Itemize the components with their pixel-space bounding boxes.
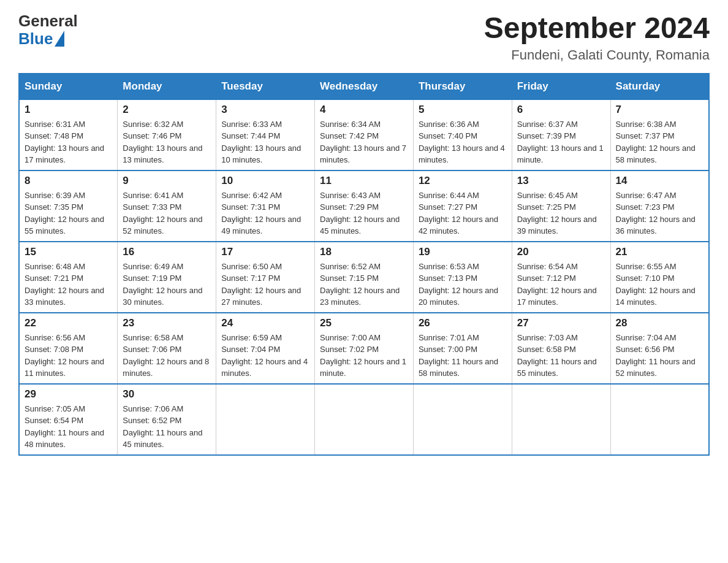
calendar-day-cell: 21 Sunrise: 6:55 AMSunset: 7:10 PMDaylig… bbox=[610, 242, 709, 313]
logo-blue-text: Blue bbox=[18, 30, 53, 48]
day-number: 18 bbox=[320, 246, 408, 258]
day-number: 20 bbox=[517, 246, 605, 258]
day-number: 8 bbox=[25, 175, 112, 187]
calendar-day-cell: 16 Sunrise: 6:49 AMSunset: 7:19 PMDaylig… bbox=[118, 242, 216, 313]
day-info: Sunrise: 7:05 AMSunset: 6:54 PMDaylight:… bbox=[25, 403, 112, 451]
day-of-week-header: Sunday bbox=[19, 74, 118, 99]
calendar-day-cell: 5 Sunrise: 6:36 AMSunset: 7:40 PMDayligh… bbox=[413, 99, 512, 170]
calendar-day-cell: 9 Sunrise: 6:41 AMSunset: 7:33 PMDayligh… bbox=[118, 170, 216, 242]
calendar-title: September 2024 bbox=[484, 12, 710, 45]
calendar-day-cell bbox=[413, 384, 512, 455]
calendar-day-cell: 8 Sunrise: 6:39 AMSunset: 7:35 PMDayligh… bbox=[19, 170, 118, 242]
day-of-week-header: Tuesday bbox=[216, 74, 315, 99]
logo-triangle-icon bbox=[55, 31, 64, 47]
day-of-week-header: Wednesday bbox=[315, 74, 414, 99]
day-info: Sunrise: 6:36 AMSunset: 7:40 PMDaylight:… bbox=[419, 118, 507, 166]
day-info: Sunrise: 6:49 AMSunset: 7:19 PMDaylight:… bbox=[123, 261, 211, 308]
day-info: Sunrise: 6:55 AMSunset: 7:10 PMDaylight:… bbox=[616, 261, 703, 308]
day-number: 27 bbox=[517, 317, 605, 329]
day-number: 10 bbox=[221, 175, 309, 187]
day-info: Sunrise: 6:59 AMSunset: 7:04 PMDaylight:… bbox=[221, 332, 309, 380]
day-info: Sunrise: 6:37 AMSunset: 7:39 PMDaylight:… bbox=[517, 118, 605, 166]
day-number: 12 bbox=[419, 175, 507, 187]
day-of-week-header: Monday bbox=[118, 74, 216, 99]
calendar-day-cell: 29 Sunrise: 7:05 AMSunset: 6:54 PMDaylig… bbox=[19, 384, 118, 455]
day-info: Sunrise: 6:42 AMSunset: 7:31 PMDaylight:… bbox=[221, 190, 309, 237]
calendar-day-cell: 30 Sunrise: 7:06 AMSunset: 6:52 PMDaylig… bbox=[118, 384, 216, 455]
day-number: 11 bbox=[320, 175, 408, 187]
calendar-day-cell: 13 Sunrise: 6:45 AMSunset: 7:25 PMDaylig… bbox=[512, 170, 610, 242]
calendar-week-row: 1 Sunrise: 6:31 AMSunset: 7:48 PMDayligh… bbox=[19, 99, 709, 170]
day-info: Sunrise: 6:56 AMSunset: 7:08 PMDaylight:… bbox=[25, 332, 112, 380]
day-number: 25 bbox=[320, 317, 408, 329]
calendar-day-cell bbox=[610, 384, 709, 455]
day-number: 22 bbox=[25, 317, 112, 329]
calendar-day-cell: 15 Sunrise: 6:48 AMSunset: 7:21 PMDaylig… bbox=[19, 242, 118, 313]
day-info: Sunrise: 6:31 AMSunset: 7:48 PMDaylight:… bbox=[25, 118, 112, 166]
calendar-day-cell: 4 Sunrise: 6:34 AMSunset: 7:42 PMDayligh… bbox=[315, 99, 414, 170]
day-number: 19 bbox=[419, 246, 507, 258]
day-number: 24 bbox=[221, 317, 309, 329]
calendar-table: SundayMondayTuesdayWednesdayThursdayFrid… bbox=[18, 73, 710, 456]
day-number: 21 bbox=[616, 246, 703, 258]
calendar-day-cell: 7 Sunrise: 6:38 AMSunset: 7:37 PMDayligh… bbox=[610, 99, 709, 170]
day-info: Sunrise: 6:47 AMSunset: 7:23 PMDaylight:… bbox=[616, 190, 703, 237]
day-info: Sunrise: 6:48 AMSunset: 7:21 PMDaylight:… bbox=[25, 261, 112, 308]
day-number: 1 bbox=[25, 104, 112, 116]
day-info: Sunrise: 6:43 AMSunset: 7:29 PMDaylight:… bbox=[320, 190, 408, 237]
day-number: 16 bbox=[123, 246, 211, 258]
day-info: Sunrise: 6:52 AMSunset: 7:15 PMDaylight:… bbox=[320, 261, 408, 308]
calendar-day-cell bbox=[512, 384, 610, 455]
day-info: Sunrise: 6:39 AMSunset: 7:35 PMDaylight:… bbox=[25, 190, 112, 237]
calendar-subtitle: Fundeni, Galati County, Romania bbox=[484, 47, 710, 63]
day-info: Sunrise: 6:44 AMSunset: 7:27 PMDaylight:… bbox=[419, 190, 507, 237]
calendar-day-cell: 14 Sunrise: 6:47 AMSunset: 7:23 PMDaylig… bbox=[610, 170, 709, 242]
day-number: 5 bbox=[419, 104, 507, 116]
calendar-day-cell: 23 Sunrise: 6:58 AMSunset: 7:06 PMDaylig… bbox=[118, 313, 216, 384]
day-of-week-header: Thursday bbox=[413, 74, 512, 99]
day-info: Sunrise: 6:53 AMSunset: 7:13 PMDaylight:… bbox=[419, 261, 507, 308]
calendar-day-cell: 1 Sunrise: 6:31 AMSunset: 7:48 PMDayligh… bbox=[19, 99, 118, 170]
logo: General Blue bbox=[18, 12, 78, 47]
day-info: Sunrise: 6:58 AMSunset: 7:06 PMDaylight:… bbox=[123, 332, 211, 380]
day-info: Sunrise: 7:06 AMSunset: 6:52 PMDaylight:… bbox=[123, 403, 211, 451]
calendar-day-cell: 2 Sunrise: 6:32 AMSunset: 7:46 PMDayligh… bbox=[118, 99, 216, 170]
calendar-week-row: 22 Sunrise: 6:56 AMSunset: 7:08 PMDaylig… bbox=[19, 313, 709, 384]
calendar-day-cell: 20 Sunrise: 6:54 AMSunset: 7:12 PMDaylig… bbox=[512, 242, 610, 313]
day-number: 2 bbox=[123, 104, 211, 116]
day-info: Sunrise: 6:33 AMSunset: 7:44 PMDaylight:… bbox=[221, 118, 309, 166]
calendar-day-cell: 10 Sunrise: 6:42 AMSunset: 7:31 PMDaylig… bbox=[216, 170, 315, 242]
day-number: 4 bbox=[320, 104, 408, 116]
day-number: 6 bbox=[517, 104, 605, 116]
calendar-day-cell: 3 Sunrise: 6:33 AMSunset: 7:44 PMDayligh… bbox=[216, 99, 315, 170]
day-number: 9 bbox=[123, 175, 211, 187]
calendar-day-cell: 11 Sunrise: 6:43 AMSunset: 7:29 PMDaylig… bbox=[315, 170, 414, 242]
calendar-day-cell bbox=[216, 384, 315, 455]
day-number: 30 bbox=[123, 388, 211, 400]
day-number: 14 bbox=[616, 175, 703, 187]
day-number: 3 bbox=[221, 104, 309, 116]
day-number: 13 bbox=[517, 175, 605, 187]
calendar-week-row: 29 Sunrise: 7:05 AMSunset: 6:54 PMDaylig… bbox=[19, 384, 709, 455]
day-of-week-header: Friday bbox=[512, 74, 610, 99]
calendar-header-row: SundayMondayTuesdayWednesdayThursdayFrid… bbox=[19, 74, 709, 99]
day-info: Sunrise: 7:04 AMSunset: 6:56 PMDaylight:… bbox=[616, 332, 703, 380]
calendar-day-cell: 17 Sunrise: 6:50 AMSunset: 7:17 PMDaylig… bbox=[216, 242, 315, 313]
calendar-day-cell: 24 Sunrise: 6:59 AMSunset: 7:04 PMDaylig… bbox=[216, 313, 315, 384]
day-info: Sunrise: 6:45 AMSunset: 7:25 PMDaylight:… bbox=[517, 190, 605, 237]
calendar-day-cell: 12 Sunrise: 6:44 AMSunset: 7:27 PMDaylig… bbox=[413, 170, 512, 242]
logo-general-text: General bbox=[18, 12, 78, 30]
day-info: Sunrise: 6:32 AMSunset: 7:46 PMDaylight:… bbox=[123, 118, 211, 166]
day-number: 7 bbox=[616, 104, 703, 116]
day-info: Sunrise: 7:01 AMSunset: 7:00 PMDaylight:… bbox=[419, 332, 507, 380]
day-info: Sunrise: 6:50 AMSunset: 7:17 PMDaylight:… bbox=[221, 261, 309, 308]
day-of-week-header: Saturday bbox=[610, 74, 709, 99]
calendar-week-row: 15 Sunrise: 6:48 AMSunset: 7:21 PMDaylig… bbox=[19, 242, 709, 313]
title-area: September 2024 Fundeni, Galati County, R… bbox=[484, 12, 710, 63]
day-number: 17 bbox=[221, 246, 309, 258]
day-info: Sunrise: 7:00 AMSunset: 7:02 PMDaylight:… bbox=[320, 332, 408, 380]
calendar-day-cell: 22 Sunrise: 6:56 AMSunset: 7:08 PMDaylig… bbox=[19, 313, 118, 384]
page-header: General Blue September 2024 Fundeni, Gal… bbox=[18, 12, 710, 63]
day-info: Sunrise: 6:54 AMSunset: 7:12 PMDaylight:… bbox=[517, 261, 605, 308]
calendar-day-cell: 25 Sunrise: 7:00 AMSunset: 7:02 PMDaylig… bbox=[315, 313, 414, 384]
